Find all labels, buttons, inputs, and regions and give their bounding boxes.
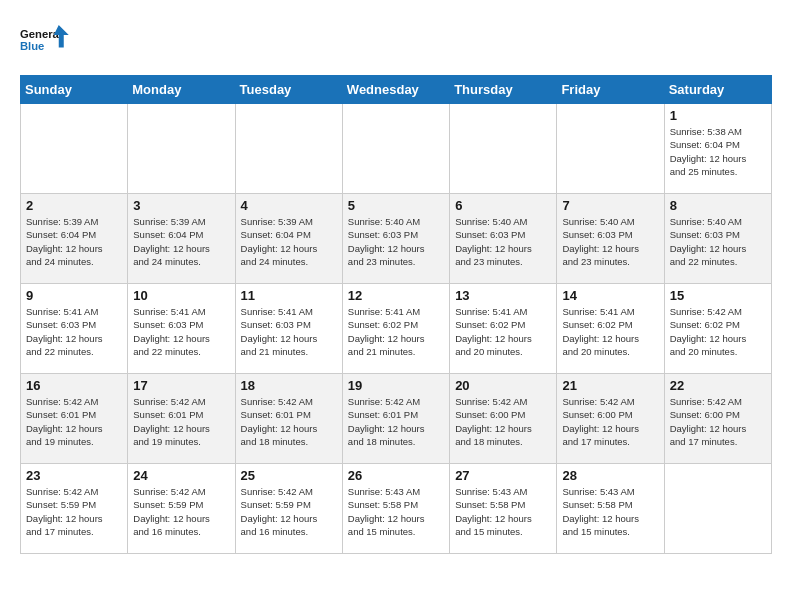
- calendar-week-row: 1Sunrise: 5:38 AMSunset: 6:04 PMDaylight…: [21, 104, 772, 194]
- day-info: Sunrise: 5:40 AMSunset: 6:03 PMDaylight:…: [455, 215, 551, 268]
- day-number: 1: [670, 108, 766, 123]
- day-info: Sunrise: 5:42 AMSunset: 5:59 PMDaylight:…: [133, 485, 229, 538]
- calendar-day-cell: 26Sunrise: 5:43 AMSunset: 5:58 PMDayligh…: [342, 464, 449, 554]
- calendar-table: SundayMondayTuesdayWednesdayThursdayFrid…: [20, 75, 772, 554]
- weekday-header-monday: Monday: [128, 76, 235, 104]
- empty-cell: [128, 104, 235, 194]
- calendar-day-cell: 21Sunrise: 5:42 AMSunset: 6:00 PMDayligh…: [557, 374, 664, 464]
- day-number: 19: [348, 378, 444, 393]
- day-number: 24: [133, 468, 229, 483]
- day-info: Sunrise: 5:41 AMSunset: 6:03 PMDaylight:…: [133, 305, 229, 358]
- day-number: 11: [241, 288, 337, 303]
- day-info: Sunrise: 5:42 AMSunset: 6:00 PMDaylight:…: [455, 395, 551, 448]
- calendar-week-row: 23Sunrise: 5:42 AMSunset: 5:59 PMDayligh…: [21, 464, 772, 554]
- empty-cell: [664, 464, 771, 554]
- calendar-day-cell: 25Sunrise: 5:42 AMSunset: 5:59 PMDayligh…: [235, 464, 342, 554]
- day-number: 25: [241, 468, 337, 483]
- calendar-day-cell: 8Sunrise: 5:40 AMSunset: 6:03 PMDaylight…: [664, 194, 771, 284]
- day-info: Sunrise: 5:41 AMSunset: 6:02 PMDaylight:…: [562, 305, 658, 358]
- day-info: Sunrise: 5:42 AMSunset: 6:00 PMDaylight:…: [670, 395, 766, 448]
- logo: General Blue: [20, 20, 70, 65]
- calendar-day-cell: 10Sunrise: 5:41 AMSunset: 6:03 PMDayligh…: [128, 284, 235, 374]
- day-number: 20: [455, 378, 551, 393]
- day-info: Sunrise: 5:42 AMSunset: 6:01 PMDaylight:…: [241, 395, 337, 448]
- day-number: 14: [562, 288, 658, 303]
- weekday-header-row: SundayMondayTuesdayWednesdayThursdayFrid…: [21, 76, 772, 104]
- weekday-header-thursday: Thursday: [450, 76, 557, 104]
- calendar-header: General Blue: [20, 20, 772, 65]
- calendar-day-cell: 3Sunrise: 5:39 AMSunset: 6:04 PMDaylight…: [128, 194, 235, 284]
- day-info: Sunrise: 5:42 AMSunset: 6:02 PMDaylight:…: [670, 305, 766, 358]
- empty-cell: [342, 104, 449, 194]
- day-info: Sunrise: 5:40 AMSunset: 6:03 PMDaylight:…: [348, 215, 444, 268]
- day-info: Sunrise: 5:40 AMSunset: 6:03 PMDaylight:…: [670, 215, 766, 268]
- calendar-week-row: 16Sunrise: 5:42 AMSunset: 6:01 PMDayligh…: [21, 374, 772, 464]
- calendar-week-row: 2Sunrise: 5:39 AMSunset: 6:04 PMDaylight…: [21, 194, 772, 284]
- day-number: 21: [562, 378, 658, 393]
- day-number: 5: [348, 198, 444, 213]
- calendar-day-cell: 22Sunrise: 5:42 AMSunset: 6:00 PMDayligh…: [664, 374, 771, 464]
- day-number: 10: [133, 288, 229, 303]
- calendar-day-cell: 15Sunrise: 5:42 AMSunset: 6:02 PMDayligh…: [664, 284, 771, 374]
- empty-cell: [450, 104, 557, 194]
- day-number: 27: [455, 468, 551, 483]
- day-info: Sunrise: 5:39 AMSunset: 6:04 PMDaylight:…: [241, 215, 337, 268]
- day-info: Sunrise: 5:43 AMSunset: 5:58 PMDaylight:…: [562, 485, 658, 538]
- day-info: Sunrise: 5:38 AMSunset: 6:04 PMDaylight:…: [670, 125, 766, 178]
- day-number: 15: [670, 288, 766, 303]
- day-info: Sunrise: 5:42 AMSunset: 6:01 PMDaylight:…: [133, 395, 229, 448]
- weekday-header-sunday: Sunday: [21, 76, 128, 104]
- calendar-day-cell: 4Sunrise: 5:39 AMSunset: 6:04 PMDaylight…: [235, 194, 342, 284]
- day-number: 26: [348, 468, 444, 483]
- day-number: 8: [670, 198, 766, 213]
- calendar-day-cell: 23Sunrise: 5:42 AMSunset: 5:59 PMDayligh…: [21, 464, 128, 554]
- day-number: 7: [562, 198, 658, 213]
- day-number: 3: [133, 198, 229, 213]
- day-number: 28: [562, 468, 658, 483]
- calendar-day-cell: 7Sunrise: 5:40 AMSunset: 6:03 PMDaylight…: [557, 194, 664, 284]
- day-number: 9: [26, 288, 122, 303]
- calendar-day-cell: 11Sunrise: 5:41 AMSunset: 6:03 PMDayligh…: [235, 284, 342, 374]
- day-number: 12: [348, 288, 444, 303]
- day-number: 13: [455, 288, 551, 303]
- day-info: Sunrise: 5:41 AMSunset: 6:03 PMDaylight:…: [241, 305, 337, 358]
- calendar-day-cell: 16Sunrise: 5:42 AMSunset: 6:01 PMDayligh…: [21, 374, 128, 464]
- day-number: 6: [455, 198, 551, 213]
- day-info: Sunrise: 5:42 AMSunset: 5:59 PMDaylight:…: [241, 485, 337, 538]
- day-info: Sunrise: 5:41 AMSunset: 6:03 PMDaylight:…: [26, 305, 122, 358]
- day-info: Sunrise: 5:41 AMSunset: 6:02 PMDaylight:…: [348, 305, 444, 358]
- day-info: Sunrise: 5:41 AMSunset: 6:02 PMDaylight:…: [455, 305, 551, 358]
- day-info: Sunrise: 5:42 AMSunset: 5:59 PMDaylight:…: [26, 485, 122, 538]
- day-number: 16: [26, 378, 122, 393]
- calendar-day-cell: 6Sunrise: 5:40 AMSunset: 6:03 PMDaylight…: [450, 194, 557, 284]
- empty-cell: [557, 104, 664, 194]
- day-info: Sunrise: 5:43 AMSunset: 5:58 PMDaylight:…: [455, 485, 551, 538]
- calendar-day-cell: 27Sunrise: 5:43 AMSunset: 5:58 PMDayligh…: [450, 464, 557, 554]
- logo-bird-icon: General Blue: [20, 20, 70, 65]
- day-number: 2: [26, 198, 122, 213]
- calendar-page: General Blue SundayMondayTuesdayWednesda…: [0, 0, 792, 612]
- day-info: Sunrise: 5:42 AMSunset: 6:00 PMDaylight:…: [562, 395, 658, 448]
- day-info: Sunrise: 5:39 AMSunset: 6:04 PMDaylight:…: [133, 215, 229, 268]
- calendar-day-cell: 5Sunrise: 5:40 AMSunset: 6:03 PMDaylight…: [342, 194, 449, 284]
- calendar-day-cell: 18Sunrise: 5:42 AMSunset: 6:01 PMDayligh…: [235, 374, 342, 464]
- empty-cell: [235, 104, 342, 194]
- day-info: Sunrise: 5:39 AMSunset: 6:04 PMDaylight:…: [26, 215, 122, 268]
- svg-text:Blue: Blue: [20, 40, 44, 52]
- empty-cell: [21, 104, 128, 194]
- day-info: Sunrise: 5:43 AMSunset: 5:58 PMDaylight:…: [348, 485, 444, 538]
- calendar-day-cell: 24Sunrise: 5:42 AMSunset: 5:59 PMDayligh…: [128, 464, 235, 554]
- calendar-day-cell: 28Sunrise: 5:43 AMSunset: 5:58 PMDayligh…: [557, 464, 664, 554]
- day-number: 22: [670, 378, 766, 393]
- calendar-day-cell: 14Sunrise: 5:41 AMSunset: 6:02 PMDayligh…: [557, 284, 664, 374]
- calendar-day-cell: 2Sunrise: 5:39 AMSunset: 6:04 PMDaylight…: [21, 194, 128, 284]
- day-number: 17: [133, 378, 229, 393]
- calendar-day-cell: 12Sunrise: 5:41 AMSunset: 6:02 PMDayligh…: [342, 284, 449, 374]
- calendar-day-cell: 1Sunrise: 5:38 AMSunset: 6:04 PMDaylight…: [664, 104, 771, 194]
- weekday-header-saturday: Saturday: [664, 76, 771, 104]
- calendar-day-cell: 17Sunrise: 5:42 AMSunset: 6:01 PMDayligh…: [128, 374, 235, 464]
- weekday-header-wednesday: Wednesday: [342, 76, 449, 104]
- calendar-day-cell: 20Sunrise: 5:42 AMSunset: 6:00 PMDayligh…: [450, 374, 557, 464]
- day-info: Sunrise: 5:42 AMSunset: 6:01 PMDaylight:…: [26, 395, 122, 448]
- calendar-day-cell: 19Sunrise: 5:42 AMSunset: 6:01 PMDayligh…: [342, 374, 449, 464]
